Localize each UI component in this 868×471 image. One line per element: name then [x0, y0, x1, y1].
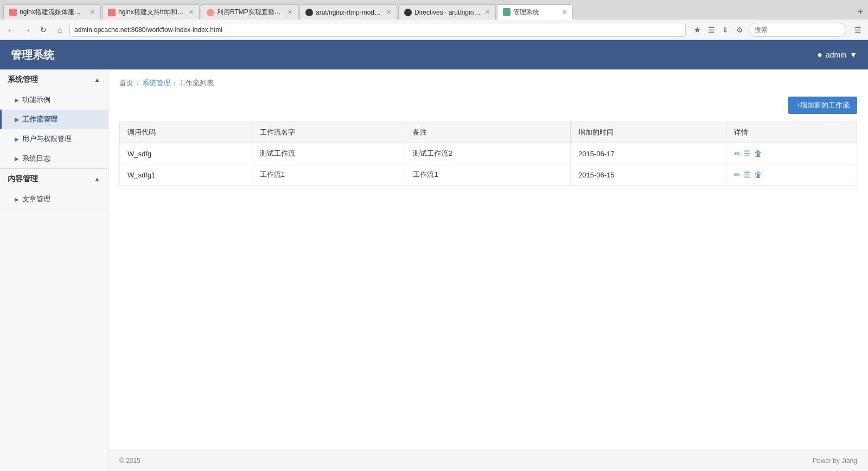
arrow-icon-0-3: ▶ — [15, 156, 19, 162]
download-icon[interactable]: ⇓ — [719, 24, 731, 36]
right-toolbar-icons: ☰ — [852, 24, 864, 36]
main-footer: © 2015 Power by Jiang — [108, 450, 868, 471]
chevron-icon-0: ▲ — [94, 76, 100, 84]
reload-button[interactable]: ↻ — [37, 23, 50, 36]
bookmark-icon[interactable]: ★ — [691, 24, 703, 36]
tab-label-2: 利用RTMP实现直播系统_... — [217, 8, 284, 17]
sidebar-section-0: 系统管理▲▶功能示例▶工作流管理▶用户与权限管理▶系统日志 — [0, 69, 108, 169]
tab-close-2[interactable]: ✕ — [288, 9, 292, 16]
sidebar-item-0-3[interactable]: ▶系统日志 — [0, 149, 108, 168]
url-input[interactable] — [69, 23, 686, 37]
sidebar-section-1: 内容管理▲▶文章管理 — [0, 169, 108, 209]
powered-by: Power by Jiang — [813, 457, 857, 464]
cell-time-0: 2015-06-17 — [571, 143, 726, 164]
app-body: 系统管理▲▶功能示例▶工作流管理▶用户与权限管理▶系统日志内容管理▲▶文章管理 … — [0, 69, 868, 471]
browser-tab-1[interactable]: nginx搭建支持http和rtmp... ✕ — [102, 4, 200, 20]
tab-label-3: arut/nginx-rtmp-module — [316, 9, 383, 16]
app-title: 管理系统 — [11, 48, 54, 62]
cell-name-1: 工作流1 — [252, 164, 405, 186]
cell-code-0: W_sdfg — [120, 143, 252, 164]
cell-actions-0: ✏ ☰ 🗑 — [726, 143, 857, 164]
sidebar-item-label-0-0: 功能示例 — [22, 95, 50, 105]
menu-icon[interactable]: ☰ — [852, 24, 864, 36]
tab-close-1[interactable]: ✕ — [189, 9, 194, 16]
cell-actions-1: ✏ ☰ 🗑 — [726, 164, 857, 186]
breadcrumb-sep-2: / — [174, 79, 176, 87]
sidebar-item-0-1[interactable]: ▶工作流管理 — [0, 110, 108, 129]
tab-label-5: 管理系统 — [513, 8, 559, 17]
tab-icon-3 — [305, 9, 313, 16]
main-toolbar: +增加新的工作流 — [119, 97, 857, 114]
user-icon: ● — [817, 50, 822, 60]
new-tab-button[interactable]: + — [853, 4, 868, 20]
table-row-0: W_sdfg测试工作流测试工作流22015-06-17 ✏ ☰ 🗑 — [120, 143, 857, 164]
sidebar-item-label-0-3: 系统日志 — [22, 154, 50, 163]
tab-icon-1 — [108, 9, 116, 16]
sidebar-item-0-0[interactable]: ▶功能示例 — [0, 90, 108, 110]
app: 管理系统 ● admin ▼ 系统管理▲▶功能示例▶工作流管理▶用户与权限管理▶… — [0, 40, 868, 471]
username: admin — [826, 50, 846, 59]
dropdown-arrow-icon: ▼ — [850, 50, 857, 59]
sidebar-item-label-0-2: 用户与权限管理 — [22, 134, 72, 144]
tab-label-0: nginx搭建流媒体服务器的... — [20, 8, 87, 17]
col-note: 备注 — [405, 122, 571, 143]
table-body: W_sdfg测试工作流测试工作流22015-06-17 ✏ ☰ 🗑 W_sdfg… — [120, 143, 857, 186]
cell-note-0: 测试工作流2 — [405, 143, 571, 164]
browser-tab-3[interactable]: arut/nginx-rtmp-module ✕ — [299, 4, 397, 20]
copyright: © 2015 — [119, 457, 141, 464]
edit-icon-1[interactable]: ✏ — [734, 170, 741, 179]
delete-icon-1[interactable]: 🗑 — [754, 170, 762, 179]
reader-icon[interactable]: ☰ — [705, 24, 717, 36]
cell-time-1: 2015-06-15 — [571, 164, 726, 186]
forward-button[interactable]: → — [21, 23, 34, 36]
arrow-icon-0-0: ▶ — [15, 97, 19, 103]
breadcrumb: 首页 / 系统管理 / 工作流列表 — [119, 78, 857, 88]
sidebar: 系统管理▲▶功能示例▶工作流管理▶用户与权限管理▶系统日志内容管理▲▶文章管理 — [0, 69, 108, 471]
back-button[interactable]: ← — [4, 23, 17, 36]
tab-close-0[interactable]: ✕ — [90, 9, 95, 16]
breadcrumb-home[interactable]: 首页 — [119, 78, 133, 88]
tab-close-3[interactable]: ✕ — [386, 9, 391, 16]
breadcrumb-current: 工作流列表 — [178, 78, 214, 88]
browser-tab-4[interactable]: Directives · arut/nginx-rt... ✕ — [398, 4, 496, 20]
add-workflow-button[interactable]: +增加新的工作流 — [788, 97, 857, 114]
arrow-icon-0-1: ▶ — [15, 117, 19, 123]
cell-name-0: 测试工作流 — [252, 143, 405, 164]
home-button[interactable]: ⌂ — [53, 23, 66, 36]
tab-bar: nginx搭建流媒体服务器的... ✕ nginx搭建支持http和rtmp..… — [0, 0, 868, 20]
breadcrumb-sys[interactable]: 系统管理 — [142, 78, 170, 88]
chevron-icon-1: ▲ — [94, 175, 100, 183]
tab-label-4: Directives · arut/nginx-rt... — [414, 9, 482, 16]
sidebar-item-1-0[interactable]: ▶文章管理 — [0, 189, 108, 209]
tab-label-1: nginx搭建支持http和rtmp... — [118, 8, 186, 17]
list-icon-0[interactable]: ☰ — [744, 149, 751, 158]
tab-close-5[interactable]: ✕ — [562, 9, 567, 16]
browser-tab-0[interactable]: nginx搭建流媒体服务器的... ✕ — [3, 4, 101, 20]
tools-icon[interactable]: ⚙ — [733, 24, 745, 36]
browser-tab-5[interactable]: 管理系统 ✕ — [497, 4, 573, 20]
sidebar-section-header-0[interactable]: 系统管理▲ — [0, 69, 108, 90]
sidebar-item-label-1-0: 文章管理 — [22, 194, 50, 204]
delete-icon-0[interactable]: 🗑 — [754, 149, 762, 158]
sidebar-item-label-0-1: 工作流管理 — [22, 114, 58, 124]
tab-close-4[interactable]: ✕ — [485, 9, 490, 16]
address-bar: ← → ↻ ⌂ ★ ☰ ⇓ ⚙ ☰ — [0, 20, 868, 40]
browser-tab-2[interactable]: 利用RTMP实现直播系统_... ✕ — [201, 4, 298, 20]
search-input[interactable] — [749, 23, 846, 37]
col-name: 工作流名字 — [252, 122, 405, 143]
tab-icon-5 — [503, 8, 510, 16]
tab-icon-4 — [404, 9, 412, 16]
app-header: 管理系统 ● admin ▼ — [0, 40, 868, 69]
cell-note-1: 工作流1 — [405, 164, 571, 186]
edit-icon-0[interactable]: ✏ — [734, 149, 741, 158]
arrow-icon-1-0: ▶ — [15, 196, 19, 202]
tab-icon-0 — [9, 9, 17, 16]
main-content: 首页 / 系统管理 / 工作流列表 +增加新的工作流 调用代码 工作流名字 — [108, 69, 868, 471]
col-time: 增加的时间 — [571, 122, 726, 143]
user-menu[interactable]: ● admin ▼ — [817, 50, 857, 60]
list-icon-1[interactable]: ☰ — [744, 170, 751, 179]
sidebar-section-header-1[interactable]: 内容管理▲ — [0, 169, 108, 189]
browser-chrome: nginx搭建流媒体服务器的... ✕ nginx搭建支持http和rtmp..… — [0, 0, 868, 40]
sidebar-item-0-2[interactable]: ▶用户与权限管理 — [0, 129, 108, 149]
main-inner: 首页 / 系统管理 / 工作流列表 +增加新的工作流 调用代码 工作流名字 — [108, 69, 868, 450]
